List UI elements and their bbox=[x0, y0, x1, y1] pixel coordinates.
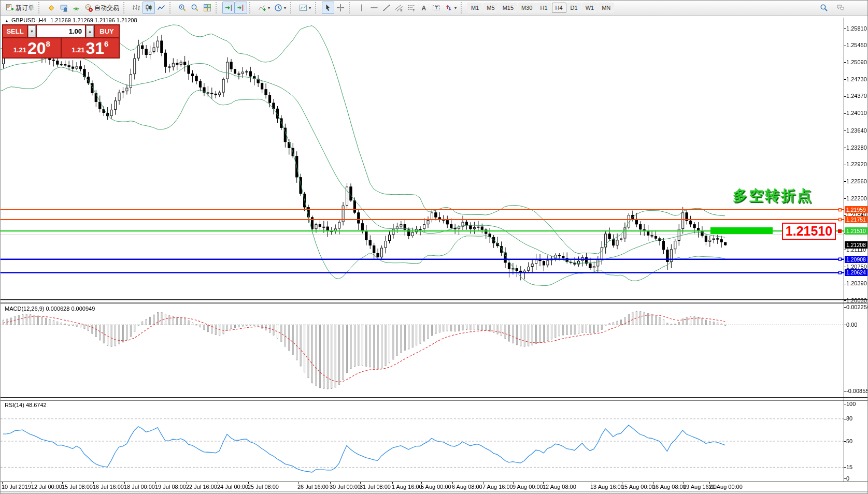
signals-button[interactable] bbox=[70, 2, 82, 14]
autotrading-button[interactable]: 自动交易 bbox=[82, 2, 121, 14]
timeframe-m15-button[interactable]: M15 bbox=[499, 3, 517, 13]
toolbar-separator bbox=[315, 2, 320, 13]
toolbar-right-group bbox=[818, 2, 864, 14]
fibonacci-tool-button[interactable]: F bbox=[405, 2, 418, 14]
time-tick-label: 16 Aug 08:00 bbox=[652, 484, 686, 490]
zoom-out-icon bbox=[191, 4, 199, 12]
time-tick-label: 16 Jul 16:00 bbox=[93, 484, 124, 490]
zoom-in-icon bbox=[178, 4, 187, 12]
templates-button[interactable]: ▾ bbox=[297, 2, 313, 14]
bar-chart-mode-button[interactable] bbox=[130, 2, 143, 14]
timeframe-d1-button[interactable]: D1 bbox=[567, 3, 581, 13]
time-tick-label: 12 Aug 08:00 bbox=[543, 484, 576, 490]
svg-text:E: E bbox=[401, 9, 403, 12]
sell-price-box[interactable]: 1.21 20 8 bbox=[3, 38, 61, 57]
search-button[interactable] bbox=[818, 2, 830, 14]
price-tick-label: 1.25450 bbox=[846, 42, 867, 48]
periods-list-button[interactable]: ▾ bbox=[272, 2, 288, 14]
timeframe-mn-button[interactable]: MN bbox=[598, 3, 614, 13]
one-click-trading-panel: SELL ▼ 1.00 ▲ BUY 1.21 20 8 1.21 31 6 bbox=[2, 24, 120, 59]
price-tag-1.21959: 1.21959 bbox=[845, 206, 868, 213]
time-tick-label: 9 Aug 00:00 bbox=[513, 484, 543, 490]
text-tool-button[interactable]: A bbox=[418, 2, 430, 14]
time-tick-label: 25 Jul 08:00 bbox=[248, 484, 279, 490]
candlestick-mode-button[interactable] bbox=[143, 2, 155, 14]
toolbar-separator bbox=[216, 2, 220, 13]
crosshair-tool-button[interactable] bbox=[334, 2, 347, 14]
line-chart-icon bbox=[157, 4, 165, 12]
time-tick-label: 15 Jul 08:00 bbox=[62, 484, 93, 490]
highlight-bar[interactable] bbox=[710, 227, 773, 234]
zoom-out-button[interactable] bbox=[189, 2, 201, 14]
arrows-tool-button[interactable]: ▾ bbox=[443, 2, 459, 14]
toolbar-separator bbox=[349, 2, 353, 13]
macd-tick-label: 0.00 bbox=[846, 322, 857, 328]
annotation-text[interactable]: 多空转折点 bbox=[733, 186, 813, 206]
horizontal-line-tool-button[interactable] bbox=[368, 2, 380, 14]
indicators-icon bbox=[258, 4, 266, 12]
timeframe-h4-button[interactable]: H4 bbox=[552, 3, 566, 13]
chart-window-icon bbox=[47, 4, 55, 12]
time-tick-label: 15 Aug 00:00 bbox=[621, 484, 655, 490]
vertical-line-tool-button[interactable] bbox=[355, 2, 368, 14]
trendline-tool-button[interactable] bbox=[380, 2, 393, 14]
chart-canvas[interactable] bbox=[1, 1, 868, 494]
timeframe-group: M1M5M15M30H1H4D1W1MN bbox=[467, 3, 614, 13]
candle-chart-icon bbox=[145, 4, 153, 12]
price-tag-1.21208: 1.21208 bbox=[845, 241, 868, 249]
toolbar-left-group: 新订单自动交易▾▾▾EFAT▾ bbox=[4, 2, 467, 14]
tile-windows-button[interactable] bbox=[201, 2, 214, 14]
time-tick-label: 26 Jul 16:00 bbox=[297, 484, 329, 490]
rsi-label: RSI(14) 48.6742 bbox=[5, 402, 47, 408]
equidistant-channel-tool-button[interactable]: E bbox=[393, 2, 405, 14]
chart-shift-button[interactable] bbox=[235, 2, 247, 14]
dropdown-caret-icon: ▾ bbox=[268, 6, 270, 10]
toolbar-separator bbox=[461, 2, 465, 13]
buy-price-box[interactable]: 1.21 31 6 bbox=[62, 38, 119, 57]
new-chart-button[interactable] bbox=[45, 2, 58, 14]
cursor-icon bbox=[324, 4, 332, 12]
text-label-tool-button[interactable]: T bbox=[430, 2, 443, 14]
price-tick-label: 1.24730 bbox=[846, 76, 867, 82]
templates-icon bbox=[299, 4, 307, 12]
label-icon: T bbox=[432, 4, 440, 12]
toolbar-separator bbox=[249, 2, 254, 13]
line-chart-mode-button[interactable] bbox=[155, 2, 167, 14]
auto-scroll-button[interactable] bbox=[222, 2, 235, 14]
chart-shift-icon bbox=[237, 4, 245, 12]
channel-icon: E bbox=[395, 4, 403, 12]
new-order-button[interactable]: 新订单 bbox=[4, 2, 36, 14]
price-tick-label: 1.23280 bbox=[846, 144, 867, 151]
buy-price-sup: 6 bbox=[104, 39, 108, 48]
indicators-list-button[interactable]: ▾ bbox=[256, 2, 272, 14]
new-order-label: 新订单 bbox=[16, 4, 34, 12]
periods-icon bbox=[274, 4, 282, 12]
timeframe-m1-button[interactable]: M1 bbox=[467, 3, 482, 13]
profiles-button[interactable] bbox=[58, 2, 70, 14]
timeframe-m30-button[interactable]: M30 bbox=[518, 3, 536, 13]
tile-windows-icon bbox=[203, 4, 211, 12]
rsi-tick-label: 0 bbox=[846, 475, 849, 482]
svg-text:A: A bbox=[422, 5, 426, 12]
crosshair-icon bbox=[336, 4, 345, 12]
price-callout[interactable]: 1.21510 bbox=[782, 223, 836, 240]
macd-label: MACD(12,26,9) 0.000628 0.000949 bbox=[5, 306, 95, 312]
chat-button[interactable] bbox=[834, 2, 847, 14]
timeframe-h1-button[interactable]: H1 bbox=[536, 3, 551, 13]
sell-button[interactable]: SELL bbox=[3, 25, 27, 37]
cursor-tool-button[interactable] bbox=[322, 2, 334, 14]
macd-tick-label: -0.008553 bbox=[846, 388, 868, 394]
timeframe-m5-button[interactable]: M5 bbox=[483, 3, 498, 13]
hline-icon bbox=[370, 4, 378, 12]
chart-title: ▲GBPUSD-,H41.21269 1.21269 1.21196 1.212… bbox=[5, 17, 137, 23]
volume-decrease-button[interactable]: ▼ bbox=[28, 25, 36, 37]
time-tick-label: 19 Jul 08:00 bbox=[155, 484, 186, 490]
volume-input[interactable]: 1.00 bbox=[37, 25, 85, 37]
symbol-period-label: GBPUSD-,H4 bbox=[11, 17, 46, 23]
timeframe-w1-button[interactable]: W1 bbox=[582, 3, 598, 13]
buy-button[interactable]: BUY bbox=[95, 25, 119, 37]
time-tick-label: 7 Aug 16:00 bbox=[482, 484, 513, 490]
collapse-panel-icon[interactable]: ▲ bbox=[5, 19, 9, 23]
volume-increase-button[interactable]: ▲ bbox=[86, 25, 94, 37]
zoom-in-button[interactable] bbox=[176, 2, 189, 14]
